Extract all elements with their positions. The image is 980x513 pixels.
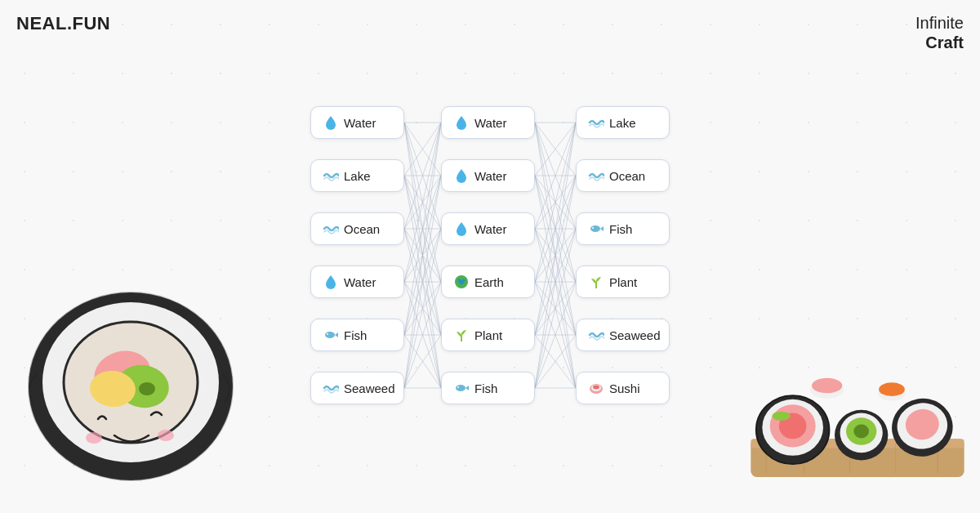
node-lake-c3r0[interactable]: Lake (576, 106, 670, 139)
water-icon (323, 274, 339, 290)
svg-line-70 (535, 335, 576, 388)
ocean-icon (588, 167, 604, 184)
svg-line-26 (404, 229, 441, 335)
water-icon (453, 221, 470, 237)
svg-line-32 (404, 229, 441, 388)
svg-line-60 (535, 123, 576, 335)
node-water-c2r1[interactable]: Water (441, 159, 535, 192)
svg-line-56 (535, 229, 576, 282)
svg-point-72 (325, 332, 335, 338)
svg-line-38 (535, 123, 576, 229)
node-label: Plant (474, 328, 502, 342)
svg-line-8 (404, 176, 441, 229)
svg-line-66 (535, 123, 576, 388)
svg-line-19 (404, 176, 441, 282)
node-plant-c2r4[interactable]: Plant (441, 319, 535, 351)
svg-line-20 (404, 229, 441, 282)
svg-line-5 (404, 123, 441, 388)
svg-line-13 (404, 176, 441, 229)
craft-label: Craft (915, 33, 964, 52)
node-water-c2r2[interactable]: Water (441, 212, 535, 245)
svg-line-61 (535, 176, 576, 335)
svg-line-65 (535, 335, 576, 388)
svg-line-69 (535, 282, 576, 388)
node-label: Water (344, 116, 376, 130)
svg-line-34 (404, 335, 441, 388)
svg-line-11 (404, 176, 441, 388)
svg-line-45 (535, 176, 576, 282)
node-earth-c2r3[interactable]: Earth (441, 265, 535, 298)
svg-point-113 (812, 378, 842, 394)
water-icon (453, 114, 470, 131)
svg-point-76 (457, 386, 459, 388)
plant-icon (588, 274, 604, 290)
svg-line-27 (404, 282, 441, 335)
svg-point-81 (593, 386, 599, 390)
svg-line-47 (535, 176, 576, 388)
svg-line-42 (535, 123, 576, 176)
svg-line-25 (404, 176, 441, 335)
node-label: Water (344, 275, 376, 289)
svg-line-2 (404, 123, 441, 229)
svg-line-15 (404, 229, 441, 282)
svg-line-37 (535, 123, 576, 176)
svg-line-52 (535, 229, 576, 335)
svg-line-3 (404, 123, 441, 282)
svg-point-116 (772, 412, 790, 421)
svg-line-12 (404, 123, 441, 229)
svg-line-31 (404, 176, 441, 388)
node-water-c1r0[interactable]: Water (310, 106, 404, 139)
svg-line-23 (404, 282, 441, 388)
node-label: Fish (609, 222, 632, 236)
svg-line-4 (404, 123, 441, 335)
node-sushi-c3r5[interactable]: Sushi (576, 372, 670, 404)
ocean-icon (323, 221, 339, 237)
node-label: Seaweed (344, 381, 395, 395)
node-lake-c1r1[interactable]: Lake (310, 159, 404, 192)
svg-line-51 (535, 229, 576, 282)
node-plant-c3r3[interactable]: Plant (576, 265, 670, 298)
svg-line-55 (535, 176, 576, 282)
node-seaweed-c1r5[interactable]: Seaweed (310, 372, 404, 404)
svg-line-9 (404, 176, 441, 282)
node-label: Seaweed (609, 328, 661, 342)
svg-line-22 (404, 282, 441, 335)
node-label: Earth (474, 275, 504, 289)
plant-icon (453, 327, 470, 343)
infinite-label: Infinite (915, 14, 964, 32)
node-seaweed-c3r4[interactable]: Seaweed (576, 319, 670, 351)
node-fish-c3r2[interactable]: Fish (576, 212, 670, 245)
infinite-craft-logo: Infinite Craft (915, 13, 964, 52)
svg-line-6 (404, 123, 441, 176)
svg-line-29 (404, 335, 441, 388)
svg-line-68 (535, 229, 576, 388)
neal-fun-logo: NEAL.FUN (16, 13, 110, 34)
svg-line-44 (535, 176, 576, 229)
node-water-c1r3[interactable]: Water (310, 265, 404, 298)
node-fish-c2r5[interactable]: Fish (441, 372, 535, 404)
svg-line-39 (535, 123, 576, 282)
header: NEAL.FUN Infinite Craft (0, 13, 980, 52)
node-water-c2r0[interactable]: Water (441, 106, 535, 139)
node-label: Lake (609, 116, 636, 130)
svg-line-10 (404, 176, 441, 335)
node-ocean-c3r1[interactable]: Ocean (576, 159, 670, 192)
svg-point-91 (86, 432, 102, 444)
svg-point-75 (456, 385, 466, 391)
node-fish-c1r4[interactable]: Fish (310, 319, 404, 351)
water-icon (323, 114, 339, 131)
earth-icon (453, 274, 470, 290)
svg-point-78 (592, 227, 594, 229)
node-label: Fish (474, 381, 497, 395)
svg-line-58 (535, 282, 576, 335)
svg-line-18 (404, 123, 441, 282)
svg-point-77 (590, 225, 600, 232)
sushi-icon (588, 380, 604, 396)
seaweed-icon (323, 380, 339, 396)
svg-line-46 (535, 176, 576, 335)
svg-point-92 (158, 430, 174, 441)
lake-icon (588, 114, 604, 131)
sushi-character-left (16, 260, 245, 488)
node-ocean-c1r2[interactable]: Ocean (310, 212, 404, 245)
svg-line-24 (404, 123, 441, 335)
